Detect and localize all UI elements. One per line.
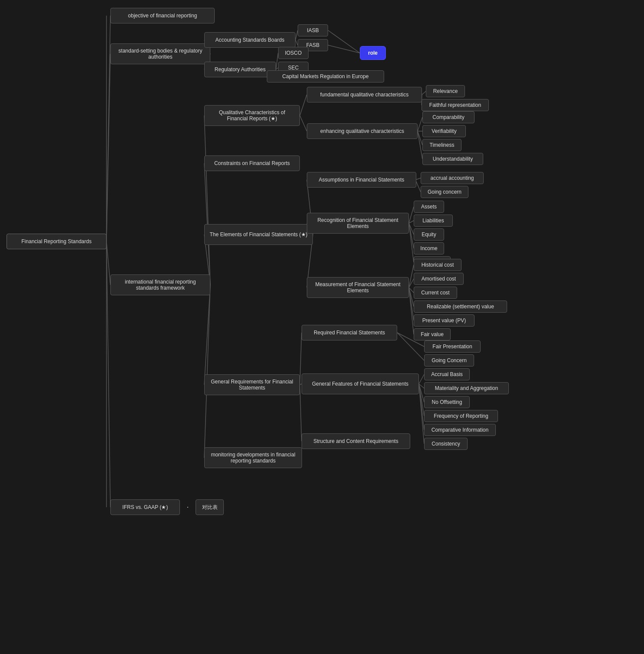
consist-label: Consistency <box>432 441 460 447</box>
fair-val-label: Fair value <box>421 331 444 337</box>
mon-dev-label: monitoring developments in financial rep… <box>209 452 297 464</box>
ifrs-gaap-node: IFRS vs. GAAP (★) <box>110 499 180 515</box>
curr-cost-label: Current cost <box>421 290 449 296</box>
svg-line-49 <box>419 384 424 402</box>
meas-fs-label: Measurement of Financial Statement Eleme… <box>312 281 404 294</box>
fair-val-node: Fair value <box>414 328 451 340</box>
sec-label: SEC <box>288 65 299 71</box>
svg-line-34 <box>409 223 414 248</box>
no-offset-label: No Offsetting <box>432 399 462 405</box>
liab-node: Liabilities <box>414 215 453 227</box>
svg-line-19 <box>300 116 307 131</box>
comparab-label: Comparability <box>432 114 464 120</box>
freq-rep-label: Frequency of Reporting <box>434 413 488 419</box>
svg-line-31 <box>409 207 414 223</box>
mon-dev-node: monitoring developments in financial rep… <box>204 447 302 468</box>
svg-line-39 <box>409 287 414 307</box>
svg-line-48 <box>419 384 424 388</box>
svg-line-36 <box>409 265 414 287</box>
real-val-node: Realizable (settlement) value <box>414 301 507 313</box>
cap-mkt-node: Capital Markets Regulation in Europe <box>267 70 384 83</box>
accrual-basis-node: Accrual Basis <box>424 368 470 380</box>
svg-line-20 <box>422 91 426 95</box>
income-label: Income <box>420 245 437 251</box>
pres-val-label: Present value (PV) <box>422 317 466 324</box>
iasb-node: IASB <box>298 24 328 36</box>
mat-agg-node: Materiality and Aggregation <box>424 382 509 394</box>
consist-node: Consistency <box>424 438 468 450</box>
iasb-label: IASB <box>307 27 319 33</box>
hist-cost-label: Historical cost <box>422 262 454 268</box>
qual-char-label: Qualitative Characteristics of Financial… <box>209 109 295 122</box>
duibiao-node[interactable]: 对比表 <box>196 499 224 515</box>
iosco-node: IOSCO <box>278 47 309 59</box>
relevance-node: Relevance <box>426 85 465 97</box>
svg-line-0 <box>106 16 110 241</box>
constr-label: Constraints on Financial Reports <box>214 160 290 166</box>
verif-label: Verifiability <box>432 128 456 134</box>
going-concern-label: Going Concern <box>432 357 467 363</box>
accrual-acc-node: accrual accounting <box>421 172 484 184</box>
svg-line-38 <box>409 287 414 293</box>
struc-content-node: Structure and Content Requirements <box>302 433 410 449</box>
recog-fs-label: Recognition of Financial Statement Eleme… <box>312 217 404 229</box>
obj-label: objective of financial reporting <box>128 13 197 19</box>
svg-line-2 <box>106 241 110 285</box>
curr-cost-node: Current cost <box>414 287 457 299</box>
svg-line-25 <box>418 131 422 159</box>
timelin-label: Timeliness <box>430 142 455 148</box>
pres-val-node: Present value (PV) <box>414 314 475 327</box>
req-fs-label: Required Financial Statements <box>314 330 385 336</box>
assum-fs-label: Assumptions in Financial Statements <box>319 177 405 183</box>
mat-agg-label: Materiality and Aggregation <box>435 385 498 391</box>
intl-fr-label: international financial reporting standa… <box>115 279 206 291</box>
underst-label: Understandability <box>433 156 473 162</box>
equity-label: Equity <box>422 231 436 238</box>
svg-line-24 <box>418 131 422 145</box>
svg-line-41 <box>409 287 414 334</box>
reg-auth-label: Regulatory Authorities <box>215 66 266 73</box>
elem-fs-label: The Elements of Financial Statements (★) <box>209 231 307 238</box>
comparab-node: Comparability <box>422 111 475 123</box>
svg-line-13 <box>204 116 210 285</box>
relevance-label: Relevance <box>433 88 458 94</box>
svg-line-1 <box>106 54 110 241</box>
real-val-label: Realizable (settlement) value <box>427 304 494 310</box>
ifrs-gaap-label: IFRS vs. GAAP (★) <box>123 504 168 510</box>
gen-req-fs-label: General Requirements for Financial State… <box>209 379 295 391</box>
going-concern-assump-node: Going concern <box>421 186 468 198</box>
std-label: standard-setting bodies & regulatory aut… <box>115 48 206 60</box>
duibiao-label: 对比表 <box>202 504 218 511</box>
cap-mkt-label: Capital Markets Regulation in Europe <box>282 73 369 79</box>
role-button[interactable]: role <box>360 46 386 60</box>
svg-line-52 <box>419 384 424 444</box>
income-node: Income <box>414 242 444 254</box>
amort-cost-node: Amortised cost <box>414 273 464 285</box>
hist-cost-node: Historical cost <box>414 259 461 271</box>
req-fs-node: Required Financial Statements <box>302 325 397 340</box>
role-label: role <box>368 50 378 56</box>
svg-line-33 <box>409 223 414 235</box>
timelin-node: Timeliness <box>422 139 461 151</box>
liab-label: Liabilities <box>422 218 444 224</box>
svg-line-12 <box>328 45 360 53</box>
svg-line-3 <box>106 241 110 507</box>
faith-rep-node: Faithful representation <box>422 99 489 111</box>
accrual-acc-label: accrual accounting <box>430 175 474 181</box>
fair-pres-node: Fair Presentation <box>424 340 481 353</box>
enh-qual-node: enhancing qualitative characteristics <box>307 123 418 139</box>
amort-cost-label: Amortised cost <box>422 276 456 282</box>
svg-line-22 <box>418 117 422 131</box>
comp-info-label: Comparative Information <box>432 427 488 433</box>
fund-qual-label: fundamental qualitative characteristics <box>320 92 408 98</box>
root-label: Financial Reporting Standards <box>21 238 91 244</box>
reg-auth-node: Regulatory Authorities <box>204 62 276 77</box>
std-node: standard-setting bodies & regulatory aut… <box>110 43 210 64</box>
freq-rep-node: Frequency of Reporting <box>424 410 498 422</box>
faith-rep-label: Faithful representation <box>429 102 481 108</box>
svg-line-37 <box>409 279 414 287</box>
going-concern-assump-label: Going concern <box>428 189 461 195</box>
acct-std-label: Accounting Standards Boards <box>216 37 285 43</box>
gen-feat-fs-node: General Features of Financial Statements <box>302 373 419 394</box>
assets-node: Assets <box>414 201 444 213</box>
